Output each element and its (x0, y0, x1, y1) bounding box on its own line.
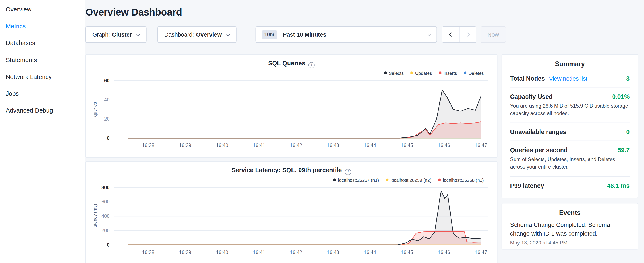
summary-row-unavailable-ranges: Unavailable ranges 0 (510, 123, 630, 141)
dashboard-dropdown[interactable]: Dashboard: Overview (157, 26, 236, 43)
svg-text:16:47: 16:47 (475, 249, 487, 255)
legend-item-n2[interactable]: localhost:26259 (n2) (386, 177, 432, 182)
svg-text:16:38: 16:38 (142, 249, 154, 255)
summary-row-p99-latency: P99 latency 46.1 ms (510, 177, 630, 194)
event-message: Schema Change Completed: Schema change w… (510, 220, 630, 238)
time-forward-button[interactable] (459, 27, 476, 42)
dashboard-value: Overview (196, 31, 222, 38)
sidebar-item-statements[interactable]: Statements (6, 51, 86, 68)
series-dot-icon (333, 178, 336, 181)
svg-text:16:47: 16:47 (475, 142, 487, 148)
legend-item-deletes[interactable]: Deletes (464, 70, 484, 75)
chevron-down-icon (136, 32, 140, 36)
svg-text:16:43: 16:43 (327, 249, 339, 255)
chart-legend: Selects Updates Inserts Deletes (90, 70, 493, 75)
info-icon[interactable]: i (308, 62, 315, 68)
chevron-left-icon (449, 32, 454, 37)
chevron-right-icon (466, 32, 470, 37)
svg-text:0: 0 (107, 242, 110, 247)
toolbar: Graph: Cluster Dashboard: Overview 10m P… (86, 26, 638, 43)
summary-row-capacity-used: Capacity Used 0.01% You are using 28.6 M… (510, 87, 630, 123)
app-window: Overview Metrics Databases Statements Ne… (0, 0, 644, 263)
event-item: Schema Change Completed: Schema change w… (510, 220, 630, 246)
svg-text:40: 40 (104, 97, 110, 102)
summary-panel: Summary Total Nodes View nodes list 3 (502, 54, 638, 198)
info-icon[interactable]: i (345, 169, 351, 175)
summary-row-queries-per-second: Queries per second 59.7 Sum of Selects, … (510, 141, 630, 177)
right-column: Summary Total Nodes View nodes list 3 (502, 54, 638, 249)
svg-text:16:40: 16:40 (216, 142, 228, 148)
chart-title: SQL Queries (268, 60, 305, 67)
sidebar: Overview Metrics Databases Statements Ne… (0, 0, 86, 263)
events-panel: Events Schema Change Completed: Schema c… (502, 203, 638, 249)
p99-latency-value: 46.1 ms (607, 182, 630, 189)
series-dot-icon (410, 72, 413, 75)
svg-text:16:39: 16:39 (179, 249, 191, 255)
svg-text:16:41: 16:41 (253, 249, 265, 255)
graph-scope-value: Cluster (112, 31, 132, 38)
service-latency-chart-card: Service Latency: SQL, 99th percentilei l… (86, 161, 498, 263)
series-dot-icon (438, 178, 441, 181)
sql-queries-chart-card: SQL Queriesi Selects Updates (86, 54, 498, 158)
legend-item-n1[interactable]: localhost:26257 (n1) (333, 177, 379, 182)
page-title: Overview Dashboard (86, 7, 638, 18)
legend-item-updates[interactable]: Updates (410, 70, 432, 75)
sidebar-item-metrics[interactable]: Metrics (6, 18, 86, 35)
sidebar-item-databases[interactable]: Databases (6, 35, 86, 51)
sidebar-item-advanced-debug[interactable]: Advanced Debug (6, 102, 86, 119)
sidebar-item-network-latency[interactable]: Network Latency (6, 68, 86, 85)
view-nodes-list-link[interactable]: View nodes list (549, 75, 587, 82)
svg-text:16:46: 16:46 (438, 142, 450, 148)
svg-text:16:45: 16:45 (401, 249, 413, 255)
series-dot-icon (384, 72, 387, 75)
svg-text:16:44: 16:44 (364, 249, 376, 255)
now-button[interactable]: Now (480, 26, 506, 43)
svg-text:16:40: 16:40 (216, 249, 228, 255)
svg-text:800: 800 (102, 184, 110, 190)
svg-text:queries: queries (92, 102, 98, 117)
svg-text:16:44: 16:44 (364, 142, 376, 148)
svg-text:600: 600 (102, 199, 110, 204)
queries-per-second-description: Sum of Selects, Updates, Inserts, and De… (510, 156, 630, 171)
time-range-select[interactable]: 10m Past 10 Minutes (255, 26, 437, 43)
sql-queries-plot: 020406016:3816:3916:4016:4116:4216:4316:… (90, 77, 493, 150)
legend-item-inserts[interactable]: Inserts (438, 70, 457, 75)
queries-per-second-value: 59.7 (618, 146, 630, 153)
series-dot-icon (438, 72, 442, 75)
series-dot-icon (386, 178, 388, 181)
svg-text:16:43: 16:43 (327, 142, 339, 148)
time-back-button[interactable] (442, 27, 459, 42)
svg-text:0: 0 (107, 135, 110, 141)
sidebar-item-jobs[interactable]: Jobs (6, 85, 86, 102)
graph-scope-dropdown[interactable]: Graph: Cluster (86, 26, 147, 43)
capacity-used-description: You are using 28.6 MiB of 515.9 GiB usab… (510, 102, 630, 117)
legend-item-n3[interactable]: localhost:26258 (n3) (438, 177, 484, 182)
chart-legend: localhost:26257 (n1) localhost:26259 (n2… (90, 177, 493, 182)
series-dot-icon (464, 72, 466, 75)
svg-text:16:42: 16:42 (290, 249, 302, 255)
summary-title: Summary (510, 60, 630, 68)
sidebar-item-overview[interactable]: Overview (6, 1, 86, 18)
chart-title: Service Latency: SQL, 99th percentile (232, 166, 342, 173)
svg-text:16:39: 16:39 (179, 142, 191, 148)
main-content: Overview Dashboard Graph: Cluster Dashbo… (86, 0, 644, 263)
capacity-used-value: 0.01% (612, 93, 630, 100)
svg-text:400: 400 (102, 213, 110, 219)
summary-row-total-nodes: Total Nodes View nodes list 3 (510, 69, 630, 87)
svg-text:16:45: 16:45 (401, 142, 413, 148)
svg-text:20: 20 (104, 116, 110, 122)
time-range-badge: 10m (262, 31, 277, 39)
dashboard-grid: SQL Queriesi Selects Updates (86, 54, 638, 263)
charts-column: SQL Queriesi Selects Updates (86, 54, 498, 263)
graph-scope-label: Graph: (92, 31, 110, 38)
unavailable-ranges-value: 0 (626, 128, 630, 135)
event-timestamp: May 13, 2020 at 4:45 PM (510, 240, 630, 246)
svg-text:latency (ms): latency (ms) (92, 204, 98, 228)
legend-item-selects[interactable]: Selects (384, 70, 404, 75)
chevron-down-icon (427, 32, 432, 36)
time-range-label: Past 10 Minutes (283, 31, 326, 38)
svg-text:16:38: 16:38 (142, 142, 154, 148)
svg-text:16:42: 16:42 (290, 142, 302, 148)
svg-text:16:41: 16:41 (253, 142, 265, 148)
time-pager (442, 26, 476, 43)
